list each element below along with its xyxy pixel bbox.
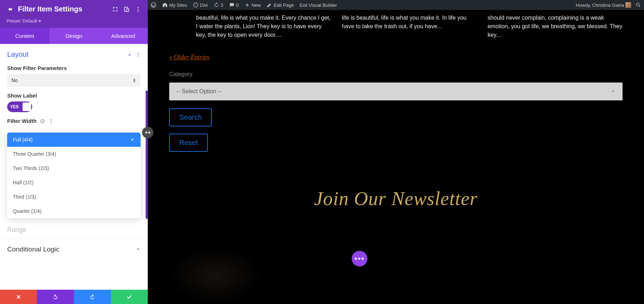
svg-point-15: [51, 120, 52, 121]
svg-point-3: [636, 3, 639, 6]
responsive-icon[interactable]: [123, 6, 130, 13]
chevron-up-icon: [127, 52, 132, 57]
field-filter-width: Filter Width ?: [0, 115, 148, 130]
category-label: Category: [169, 71, 623, 78]
panel-body: Layout Show Filter Parameters No ▲▼ Show…: [0, 44, 148, 290]
svg-point-2: [195, 4, 195, 5]
newsletter-heading: Join Our Newsletter: [148, 188, 644, 210]
svg-point-8: [138, 10, 139, 11]
filter-width-option[interactable]: Full (4/4): [7, 133, 141, 147]
svg-point-6: [138, 7, 139, 8]
background-image: [169, 247, 262, 304]
page-preview: beautiful, life is what you make it. Eve…: [148, 10, 644, 304]
field-show-label: Show Label YES: [0, 90, 148, 115]
post-excerpt: life is beautiful, life is what you make…: [342, 14, 477, 39]
toggle-knob: [23, 103, 31, 111]
back-icon[interactable]: [6, 6, 13, 13]
search-icon[interactable]: [635, 2, 641, 8]
filter-width-option[interactable]: Two Thirds (2/3): [7, 161, 141, 175]
reset-button[interactable]: Reset: [169, 134, 208, 152]
module-settings-fab[interactable]: •••: [352, 251, 367, 266]
posts-row: beautiful, life is what you make it. Eve…: [148, 10, 644, 48]
svg-text:?: ?: [42, 119, 44, 123]
svg-rect-5: [127, 9, 129, 11]
panel-tabs: Content Design Advanced: [0, 28, 148, 44]
field-label: Show Label: [7, 93, 141, 99]
filter-width-option[interactable]: Half (1/2): [7, 175, 141, 190]
svg-point-16: [51, 122, 52, 123]
field-label: Filter Width ?: [7, 118, 141, 124]
panel-header: Filter Item Settings: [0, 0, 148, 18]
my-sites-link[interactable]: My Sites: [162, 2, 187, 8]
preset-selector[interactable]: Preset: Default ▾: [0, 18, 148, 28]
post-excerpt: should never complain, complaining is a …: [488, 14, 623, 39]
chevron-down-icon: [136, 247, 141, 252]
expand-icon[interactable]: [112, 6, 118, 13]
wp-logo-icon[interactable]: [151, 2, 156, 8]
filter-width-dropdown: Full (4/4) Three Quarter (3/4) Two Third…: [7, 133, 141, 218]
settings-panel: Filter Item Settings Preset: Default ▾ C…: [0, 0, 148, 304]
filter-width-option[interactable]: Third (1/3): [7, 190, 141, 204]
exit-visual-builder-link[interactable]: Exit Visual Builder: [299, 3, 337, 8]
section-conditional-logic[interactable]: Conditional Logic: [0, 239, 148, 260]
redo-button[interactable]: [74, 290, 111, 304]
tab-advanced[interactable]: Advanced: [98, 28, 148, 44]
category-select[interactable]: -- Select Option --: [169, 83, 623, 100]
section-layout-header[interactable]: Layout: [0, 44, 148, 62]
wp-admin-bar: My Sites Divi 3 0 New Edit Page Exit Vis…: [148, 0, 644, 10]
post-excerpt: beautiful, life is what you make it. Eve…: [196, 14, 331, 39]
svg-point-14: [51, 119, 52, 120]
svg-point-1: [194, 3, 198, 7]
updown-icon: ▲▼: [132, 78, 136, 83]
help-icon[interactable]: ?: [40, 119, 45, 124]
svg-point-10: [138, 54, 138, 55]
more-icon[interactable]: [135, 6, 141, 13]
cancel-button[interactable]: [0, 290, 37, 304]
chevron-down-icon: [611, 89, 615, 94]
section-range-faded: Range: [0, 221, 148, 239]
show-filter-params-select[interactable]: No ▲▼: [7, 74, 141, 87]
search-button[interactable]: Search: [169, 108, 212, 126]
save-button[interactable]: [111, 290, 148, 304]
undo-button[interactable]: [37, 290, 74, 304]
section-more-icon[interactable]: [136, 52, 141, 57]
filter-width-option[interactable]: Three Quarter (3/4): [7, 147, 141, 161]
tab-design[interactable]: Design: [49, 28, 99, 44]
user-avatar: [625, 2, 631, 8]
panel-footer: [0, 290, 148, 304]
comments-link[interactable]: 0: [229, 2, 239, 8]
field-more-icon[interactable]: [49, 119, 54, 124]
show-label-toggle[interactable]: YES: [7, 101, 32, 112]
older-entries-link[interactable]: « Older Entries: [169, 54, 209, 61]
howdy-user[interactable]: Howdy, Christina Gwira: [576, 2, 631, 8]
field-label: Show Filter Parameters: [7, 65, 141, 71]
edit-page-link[interactable]: Edit Page: [267, 2, 294, 8]
filter-block: Category -- Select Option -- Search Rese…: [148, 71, 644, 159]
svg-point-11: [138, 55, 138, 56]
check-icon: [130, 137, 135, 142]
panel-resize-handle[interactable]: [142, 127, 153, 138]
divi-link[interactable]: Divi: [193, 2, 208, 8]
panel-title: Filter Item Settings: [18, 5, 107, 13]
svg-point-9: [138, 53, 138, 53]
filter-width-option[interactable]: Quarter (1/4): [7, 204, 141, 218]
svg-point-7: [138, 9, 139, 10]
new-link[interactable]: New: [244, 2, 261, 8]
field-show-filter-parameters: Show Filter Parameters No ▲▼: [0, 62, 148, 90]
updates-link[interactable]: 3: [214, 2, 223, 8]
tab-content[interactable]: Content: [0, 28, 49, 44]
